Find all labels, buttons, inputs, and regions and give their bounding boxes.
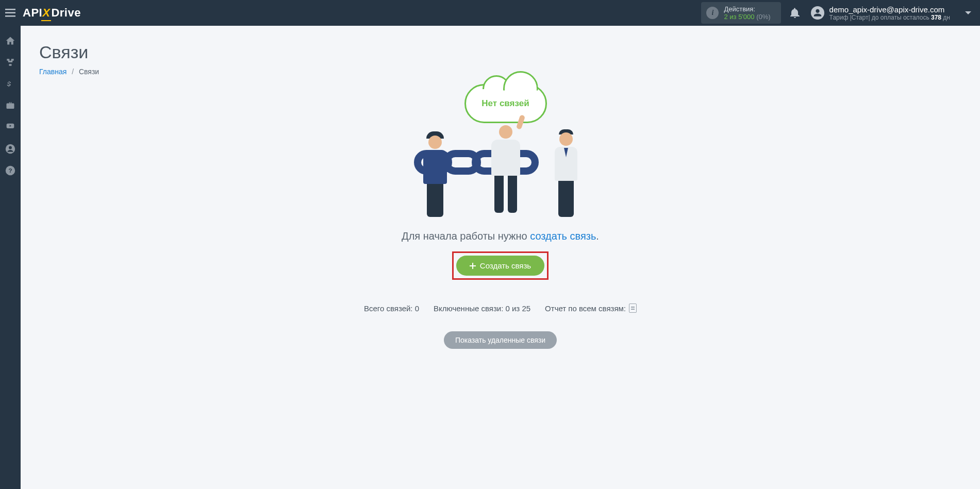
bell-icon	[790, 8, 800, 18]
empty-illustration: Нет связей	[408, 84, 593, 218]
breadcrumb-current: Связи	[79, 68, 99, 76]
logo[interactable]: API X Drive	[23, 6, 81, 20]
cloud-text: Нет связей	[481, 98, 529, 109]
svg-point-5	[9, 146, 12, 149]
plus-icon	[470, 263, 476, 269]
sidebar: ?	[0, 26, 21, 489]
sidebar-billing[interactable]	[5, 78, 16, 90]
sidebar-connections[interactable]	[5, 57, 16, 68]
sidebar-account[interactable]	[5, 143, 16, 155]
sidebar-home[interactable]	[5, 35, 16, 46]
chevron-down-icon	[965, 10, 972, 15]
logo-part-api: API	[23, 6, 42, 20]
user-menu[interactable]: demo_apix-drive@apix-drive.com Тариф |Ст…	[811, 5, 950, 21]
show-deleted-button[interactable]: Показать удаленные связи	[444, 331, 557, 349]
sidebar-help[interactable]: ?	[5, 165, 16, 176]
main-content: Связи Главная / Связи Нет связей Для нач…	[21, 26, 980, 489]
avatar-icon	[811, 6, 824, 20]
create-link[interactable]: создать связь	[530, 230, 596, 242]
home-icon	[5, 36, 15, 46]
actions-label: Действия:	[724, 5, 770, 13]
help-icon: ?	[5, 165, 15, 176]
create-connection-button[interactable]: Создать связь	[456, 256, 544, 276]
file-icon[interactable]	[629, 303, 637, 313]
intro-text: Для начала работы нужно создать связь.	[402, 230, 599, 242]
breadcrumb-home[interactable]: Главная	[39, 68, 67, 76]
logo-part-x: X	[42, 6, 50, 20]
cloud-bubble: Нет связей	[464, 84, 547, 123]
stats-row: Всего связей: 0 Включенные связи: 0 из 2…	[364, 303, 637, 313]
app-header: API X Drive i Действия: 2 из 5'000 (0%) …	[0, 0, 980, 26]
stat-report: Отчет по всем связям:	[545, 303, 637, 313]
dollar-icon	[7, 78, 14, 90]
user-email: demo_apix-drive@apix-drive.com	[829, 5, 950, 14]
empty-state: Нет связей Для начала работы нужно созда…	[39, 84, 961, 349]
svg-text:?: ?	[8, 167, 12, 174]
sidebar-services[interactable]	[5, 100, 16, 111]
breadcrumb: Главная / Связи	[39, 68, 961, 76]
hamburger-icon	[5, 9, 15, 17]
svg-rect-2	[5, 15, 15, 17]
user-tariff: Тариф |Старт| до оплаты осталось 378 дн	[829, 14, 950, 21]
sidebar-video[interactable]	[5, 122, 16, 133]
create-button-highlight: Создать связь	[452, 251, 549, 280]
actions-counter[interactable]: i Действия: 2 из 5'000 (0%)	[701, 2, 780, 24]
info-icon: i	[706, 7, 719, 19]
sitemap-icon	[5, 57, 15, 68]
briefcase-icon	[5, 101, 15, 110]
svg-rect-9	[470, 265, 476, 266]
user-circle-icon	[5, 144, 15, 154]
notifications-button[interactable]	[790, 8, 800, 18]
actions-value: 2 из 5'000 (0%)	[724, 13, 770, 21]
stat-enabled: Включенные связи: 0 из 25	[434, 304, 530, 313]
youtube-icon	[5, 123, 16, 131]
svg-rect-0	[5, 9, 15, 10]
stat-total: Всего связей: 0	[364, 304, 419, 313]
svg-rect-1	[5, 12, 15, 14]
page-title: Связи	[39, 42, 961, 62]
logo-part-drive: Drive	[51, 6, 81, 20]
user-menu-caret[interactable]	[965, 10, 972, 15]
menu-toggle[interactable]	[0, 0, 21, 26]
